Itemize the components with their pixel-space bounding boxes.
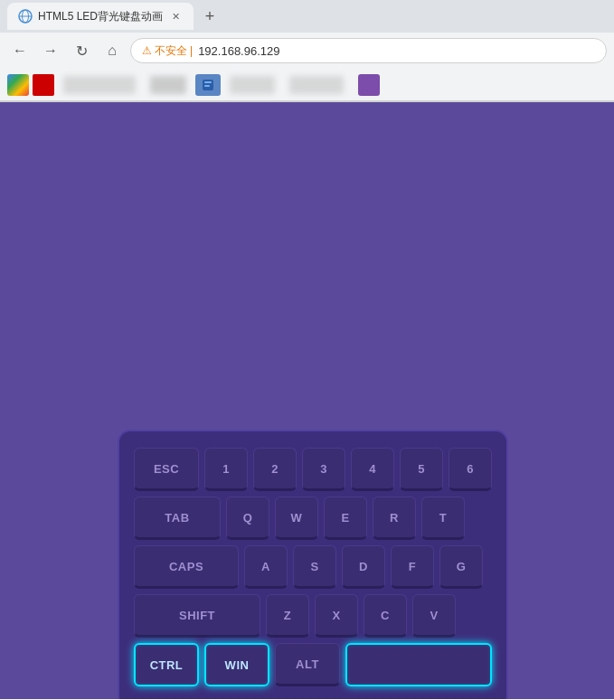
bookmark-purple — [358, 74, 380, 96]
key-1[interactable]: 1 — [204, 448, 248, 491]
key-3[interactable]: 3 — [302, 448, 345, 491]
keyboard-container: ESC 1 2 3 4 5 6 TAB Q W E R T CAPS A — [118, 430, 508, 699]
separator: | — [190, 44, 193, 57]
bookmark-blurred-1 — [63, 76, 136, 94]
key-esc[interactable]: ESC — [134, 448, 199, 491]
key-d[interactable]: D — [342, 545, 385, 589]
bookmark-item-4[interactable] — [284, 74, 349, 96]
tab-favicon — [18, 9, 33, 24]
back-button[interactable]: ← — [7, 38, 33, 63]
security-label: 不安全 — [155, 43, 187, 59]
key-6[interactable]: 6 — [449, 448, 492, 491]
bookmark-blurred-4 — [289, 76, 344, 94]
bookmark-item-3[interactable] — [224, 74, 280, 96]
new-tab-button[interactable]: + — [197, 4, 222, 29]
bookmark-blurred-2 — [150, 76, 186, 94]
address-bar: ← → ↻ ⌂ ⚠ 不安全 | 192.168.96.129 — [0, 33, 614, 69]
key-5[interactable]: 5 — [400, 448, 443, 491]
key-x[interactable]: X — [315, 594, 358, 638]
bookmark-item-2[interactable] — [145, 74, 192, 96]
key-shift[interactable]: SHIFT — [134, 594, 260, 638]
key-w[interactable]: W — [275, 497, 318, 540]
key-f[interactable]: F — [391, 545, 434, 589]
url-text: 192.168.96.129 — [198, 44, 279, 58]
key-row-1: ESC 1 2 3 4 5 6 — [134, 448, 492, 491]
refresh-button[interactable]: ↻ — [69, 38, 94, 63]
key-row-4: SHIFT Z X C V — [134, 594, 492, 638]
browser-chrome: HTML5 LED背光键盘动画 ✕ + ← → ↻ ⌂ ⚠ 不安全 | 192.… — [0, 0, 614, 102]
warning-icon: ⚠ — [142, 44, 152, 57]
key-e[interactable]: E — [324, 497, 367, 540]
bookmarks-bar — [0, 69, 614, 101]
bookmark-icon-blue[interactable] — [195, 74, 221, 96]
key-tab[interactable]: TAB — [134, 497, 221, 540]
bookmark-item-1[interactable] — [58, 74, 141, 96]
key-a[interactable]: A — [244, 545, 288, 589]
bookmark-blurred-3 — [230, 76, 275, 94]
svg-rect-5 — [204, 85, 210, 87]
home-button[interactable]: ⌂ — [99, 38, 125, 63]
key-alt[interactable]: ALT — [275, 643, 340, 686]
tab-close-button[interactable]: ✕ — [168, 9, 183, 24]
key-row-5: CTRL WIN ALT — [134, 643, 492, 686]
active-tab[interactable]: HTML5 LED背光键盘动画 ✕ — [7, 3, 194, 30]
key-v[interactable]: V — [412, 594, 456, 638]
key-r[interactable]: R — [373, 497, 416, 540]
key-s[interactable]: S — [293, 545, 336, 589]
key-row-3: CAPS A S D F G — [134, 545, 492, 589]
key-caps[interactable]: CAPS — [134, 545, 239, 589]
tab-bar: HTML5 LED背光键盘动画 ✕ + — [0, 0, 614, 33]
key-row-2: TAB Q W E R T — [134, 497, 492, 540]
svg-rect-4 — [204, 81, 212, 83]
keyboard-rows: ESC 1 2 3 4 5 6 TAB Q W E R T CAPS A — [134, 448, 492, 686]
bookmark-favicon-red — [33, 74, 54, 96]
key-space[interactable] — [345, 643, 492, 686]
page-content: ESC 1 2 3 4 5 6 TAB Q W E R T CAPS A — [0, 102, 614, 699]
tab-title: HTML5 LED背光键盘动画 — [38, 9, 163, 24]
bookmark-favicon-google — [7, 74, 29, 96]
address-input[interactable]: ⚠ 不安全 | 192.168.96.129 — [130, 38, 607, 63]
bookmark-item-5[interactable] — [353, 74, 385, 96]
key-4[interactable]: 4 — [351, 448, 394, 491]
key-g[interactable]: G — [439, 545, 483, 589]
key-t[interactable]: T — [421, 497, 465, 540]
forward-button[interactable]: → — [38, 38, 63, 63]
security-warning: ⚠ 不安全 | — [142, 43, 193, 59]
key-z[interactable]: Z — [266, 594, 309, 638]
bookmark-blue-icon — [202, 79, 214, 91]
key-2[interactable]: 2 — [253, 448, 297, 491]
key-win[interactable]: WIN — [204, 643, 269, 686]
key-c[interactable]: C — [364, 594, 407, 638]
key-ctrl[interactable]: CTRL — [134, 643, 199, 686]
key-q[interactable]: Q — [226, 497, 269, 540]
